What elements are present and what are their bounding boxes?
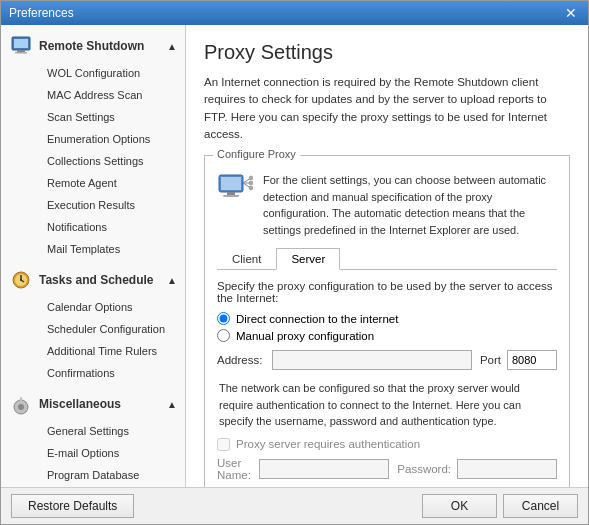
- svg-point-10: [18, 404, 24, 410]
- proxy-auth-label: Proxy server requires authentication: [236, 438, 420, 450]
- auth-section-text: The network can be configured so that th…: [217, 380, 557, 430]
- svg-rect-3: [15, 52, 27, 54]
- sidebar-item-scheduler[interactable]: Scheduler Configuration: [39, 318, 185, 340]
- svg-rect-1: [14, 39, 28, 48]
- svg-point-15: [249, 176, 253, 180]
- server-desc: Specify the proxy configuration to be us…: [217, 280, 557, 304]
- sidebar-section-header-remote-shutdown[interactable]: Remote Shutdown ▲: [1, 30, 185, 62]
- tools-icon: [9, 392, 33, 416]
- remote-shutdown-label: Remote Shutdown: [39, 39, 144, 53]
- misc-label: Miscellaneous: [39, 397, 121, 411]
- radio-manual-row: Manual proxy configuration: [217, 329, 557, 342]
- cancel-button[interactable]: Cancel: [503, 494, 578, 518]
- svg-point-17: [249, 181, 253, 185]
- title-bar: Preferences ✕: [1, 1, 588, 25]
- sidebar-item-mac-address[interactable]: MAC Address Scan: [39, 84, 185, 106]
- remote-shutdown-chevron: ▲: [167, 41, 177, 52]
- proxy-client-info: For the client settings, you can choose …: [217, 172, 557, 238]
- footer-restore-defaults-button[interactable]: Restore Defaults: [11, 494, 134, 518]
- misc-chevron: ▲: [167, 399, 177, 410]
- computer-icon: [9, 34, 33, 58]
- configure-proxy-section: Configure Proxy: [204, 155, 570, 487]
- preferences-window: Preferences ✕ Remote Shutdown: [0, 0, 589, 525]
- svg-point-19: [249, 186, 253, 190]
- radio-direct[interactable]: [217, 312, 230, 325]
- tasks-chevron: ▲: [167, 275, 177, 286]
- content-area: Proxy Settings An Internet connection is…: [186, 25, 588, 487]
- svg-rect-13: [221, 177, 241, 190]
- sidebar-item-confirmations[interactable]: Confirmations: [39, 362, 185, 384]
- description-text: An Internet connection is required by th…: [204, 74, 570, 143]
- ok-button[interactable]: OK: [422, 494, 497, 518]
- radio-direct-row: Direct connection to the internet: [217, 312, 557, 325]
- proxy-auth-checkbox[interactable]: [217, 438, 230, 451]
- radio-manual-label: Manual proxy configuration: [236, 330, 374, 342]
- password-input[interactable]: [457, 459, 557, 479]
- proxy-computer-icon: [217, 172, 253, 208]
- tasks-label: Tasks and Schedule: [39, 273, 154, 287]
- proxy-tabs: Client Server: [217, 248, 557, 270]
- sidebar-item-email[interactable]: E-mail Options: [39, 442, 185, 464]
- svg-rect-21: [223, 195, 239, 197]
- svg-point-8: [20, 279, 22, 281]
- tab-client[interactable]: Client: [217, 248, 276, 270]
- sidebar-item-scan-settings[interactable]: Scan Settings: [39, 106, 185, 128]
- radio-group: Direct connection to the internet Manual…: [217, 312, 557, 342]
- sidebar-section-header-misc[interactable]: Miscellaneous ▲: [1, 388, 185, 420]
- sidebar-item-program-db[interactable]: Program Database: [39, 464, 185, 486]
- sidebar-item-collections[interactable]: Collections Settings: [39, 150, 185, 172]
- address-row: Address: Port: [217, 350, 557, 370]
- sidebar-section-misc: Miscellaneous ▲ General Settings E-mail …: [1, 388, 185, 487]
- page-title: Proxy Settings: [204, 41, 570, 64]
- sidebar-item-calendar[interactable]: Calendar Options: [39, 296, 185, 318]
- close-button[interactable]: ✕: [562, 4, 580, 22]
- address-input[interactable]: [272, 350, 472, 370]
- port-input[interactable]: [507, 350, 557, 370]
- clock-icon: [9, 268, 33, 292]
- sidebar-section-remote-shutdown: Remote Shutdown ▲ WOL Configuration MAC …: [1, 30, 185, 260]
- sidebar-item-execution-results[interactable]: Execution Results: [39, 194, 185, 216]
- sidebar: Remote Shutdown ▲ WOL Configuration MAC …: [1, 25, 186, 487]
- window-title: Preferences: [9, 6, 74, 20]
- misc-items: General Settings E-mail Options Program …: [1, 420, 185, 487]
- sidebar-item-wol-config[interactable]: WOL Configuration: [39, 62, 185, 84]
- user-label: User Name:: [217, 457, 259, 481]
- svg-rect-2: [17, 50, 25, 52]
- tasks-items: Calendar Options Scheduler Configuration…: [1, 296, 185, 384]
- port-label: Port: [480, 354, 501, 366]
- sidebar-item-general[interactable]: General Settings: [39, 420, 185, 442]
- sidebar-section-header-tasks[interactable]: Tasks and Schedule ▲: [1, 264, 185, 296]
- username-input[interactable]: [259, 459, 389, 479]
- auth-checkbox-row: Proxy server requires authentication: [217, 438, 557, 451]
- radio-direct-label: Direct connection to the internet: [236, 313, 398, 325]
- user-pass-row: User Name: Password:: [217, 457, 557, 481]
- radio-manual[interactable]: [217, 329, 230, 342]
- remote-shutdown-items: WOL Configuration MAC Address Scan Scan …: [1, 62, 185, 260]
- configure-proxy-label: Configure Proxy: [213, 148, 300, 160]
- sidebar-item-remote-agent[interactable]: Remote Agent: [39, 172, 185, 194]
- footer-bar: Restore Defaults OK Cancel: [1, 487, 588, 524]
- main-content: Remote Shutdown ▲ WOL Configuration MAC …: [1, 25, 588, 487]
- pass-label: Password:: [397, 463, 451, 475]
- sidebar-section-tasks: Tasks and Schedule ▲ Calendar Options Sc…: [1, 264, 185, 384]
- svg-rect-20: [227, 192, 235, 195]
- tab-server[interactable]: Server: [276, 248, 340, 270]
- address-label: Address:: [217, 354, 272, 366]
- sidebar-item-mail-templates[interactable]: Mail Templates: [39, 238, 185, 260]
- svg-rect-11: [20, 397, 22, 402]
- sidebar-item-notifications[interactable]: Notifications: [39, 216, 185, 238]
- sidebar-item-enumeration[interactable]: Enumeration Options: [39, 128, 185, 150]
- sidebar-item-time-rulers[interactable]: Additional Time Rulers: [39, 340, 185, 362]
- proxy-client-info-text: For the client settings, you can choose …: [263, 172, 557, 238]
- footer-ok-cancel: OK Cancel: [422, 494, 578, 518]
